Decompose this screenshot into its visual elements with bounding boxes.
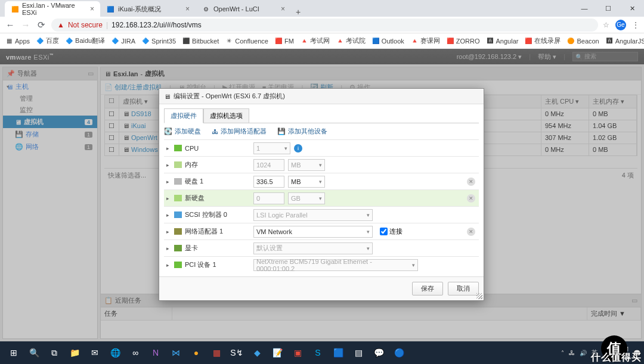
menu-icon[interactable]: ⋮ (632, 21, 639, 29)
collapse-icon[interactable]: ▭ (631, 297, 637, 304)
bookmark-item[interactable]: 🟥ZORRO (446, 37, 480, 45)
tray-network-icon[interactable]: 🖧 (569, 350, 575, 356)
row-checkbox[interactable]: ☐ (105, 132, 119, 144)
row-checkbox[interactable]: ☐ (105, 108, 119, 120)
gpu-select[interactable]: 默认设置 (253, 242, 373, 254)
app-icon[interactable]: 🔵 (389, 343, 409, 362)
expand-icon[interactable]: ▸ (166, 145, 171, 151)
nav-network[interactable]: 🌐 网络 1 (3, 141, 97, 153)
expand-icon[interactable]: ▸ (166, 212, 171, 218)
onenote-icon[interactable]: N (145, 343, 166, 362)
row-checkbox[interactable]: ☐ (105, 120, 119, 132)
add-disk-button[interactable]: 💽添加硬盘 (164, 127, 201, 136)
user-menu[interactable]: root@192.168.123.2 ▾ (457, 53, 522, 61)
nav-monitor[interactable]: 监控 (3, 104, 97, 116)
bookmark-item[interactable]: 🔷Baidu翻译 (65, 36, 105, 45)
cancel-button[interactable]: 取消 (448, 282, 479, 295)
close-button[interactable]: ✕ (620, 0, 644, 17)
tray-volume-icon[interactable]: 🔊 (580, 350, 587, 356)
cpu-select[interactable]: 1 (253, 142, 290, 154)
close-icon[interactable]: × (281, 5, 285, 13)
save-button[interactable]: 保存 (412, 282, 443, 295)
skype-icon[interactable]: S (308, 343, 328, 362)
star-icon[interactable]: ☆ (603, 21, 609, 29)
app-icon[interactable]: ● (186, 343, 206, 362)
col-task[interactable]: 任务 (101, 307, 172, 320)
add-nic-button[interactable]: 🖧添加网络适配器 (212, 127, 267, 136)
mail-icon[interactable]: ✉ (85, 343, 105, 362)
chrome-icon[interactable]: 🌐 (105, 343, 125, 362)
nic-network-select[interactable]: VM Network (253, 226, 373, 238)
bookmark-item[interactable]: 🅰AngularJS (605, 37, 644, 45)
vm-name-link[interactable]: OpenWrt (131, 134, 157, 141)
create-vm-button[interactable]: 📄 创建/注册虚拟机 (104, 83, 162, 92)
app-icon[interactable]: ▣ (287, 343, 308, 362)
vm-name-link[interactable]: DS918 (131, 110, 151, 117)
close-icon[interactable]: × (185, 5, 190, 13)
nav-vms[interactable]: 🖥 虚拟机 4 (3, 116, 97, 128)
bookmark-item[interactable]: ⬛Bitbucket (182, 37, 219, 45)
collapse-icon[interactable]: ▭ (88, 70, 94, 77)
pin-icon[interactable]: 📌 (7, 70, 15, 77)
bookmark-item[interactable]: 🟠Beacon (566, 37, 599, 45)
quick-filter[interactable]: 快速筛选器... (108, 171, 146, 180)
expand-icon[interactable]: ▸ (166, 262, 171, 268)
expand-icon[interactable]: ▸ (166, 179, 171, 185)
bookmark-item[interactable]: 🔺赛课网 (410, 36, 440, 45)
bookmark-item[interactable]: 🟦Outlook (371, 37, 404, 45)
bookmark-item[interactable]: 🟥在线录屏 (524, 36, 561, 45)
nav-manage[interactable]: 管理 (3, 93, 97, 104)
remove-icon[interactable]: ✕ (467, 178, 475, 186)
memory-unit-select[interactable]: MB (288, 159, 325, 171)
disk1-size-input[interactable] (253, 176, 284, 188)
remove-icon[interactable]: ✕ (467, 228, 475, 236)
newdisk-size-input[interactable] (253, 192, 284, 204)
select-all-checkbox[interactable]: ☐ (105, 95, 119, 108)
start-button[interactable]: ⊞ (4, 343, 24, 362)
tab-virtual-hardware[interactable]: 虚拟硬件 (164, 108, 203, 123)
col-host-cpu[interactable]: 主机 CPU ▾ (541, 95, 589, 108)
app-icon[interactable]: ◆ (247, 343, 267, 362)
nav-host[interactable]: ▾ 🖥 主机 (3, 80, 97, 93)
vs-icon[interactable]: ∞ (125, 343, 145, 362)
newdisk-unit-select[interactable]: GB (288, 192, 325, 204)
app-icon[interactable]: S↯ (227, 343, 247, 362)
search-icon[interactable]: 🔍 (24, 343, 44, 362)
bookmark-item[interactable]: 🔷JIRA (111, 37, 135, 45)
vscode-icon[interactable]: ⋈ (166, 343, 186, 362)
memory-input[interactable] (253, 159, 284, 171)
resize-grip[interactable] (476, 293, 482, 299)
row-checkbox[interactable]: ☐ (105, 144, 119, 155)
tray-chevron-icon[interactable]: ˄ (561, 350, 564, 356)
col-complete-time[interactable]: 完成时间 ▼ (587, 307, 641, 320)
pci-device-select[interactable]: NetXtreme BCM5719 Gigabit Ethernet - 000… (253, 259, 418, 271)
bookmark-item[interactable]: 🔷百度 (36, 36, 59, 45)
info-icon[interactable]: i (294, 144, 302, 153)
browser-tab-openwrt[interactable]: ⚙ OpenWrt - LuCI × (196, 1, 291, 17)
scsi-type-select[interactable]: LSI Logic Parallel (253, 209, 373, 221)
bookmark-item[interactable]: 🟥FM (274, 37, 294, 45)
profile-avatar[interactable]: Ge (615, 20, 626, 30)
app-icon[interactable]: 📝 (267, 343, 287, 362)
nic-connect-checkbox[interactable]: 连接 (380, 227, 402, 236)
reload-button[interactable]: ⟳ (36, 20, 47, 30)
add-other-button[interactable]: 💾添加其他设备 (277, 127, 327, 136)
wechat-icon[interactable]: 💬 (369, 343, 389, 362)
tab-vm-options[interactable]: 虚拟机选项 (203, 108, 249, 123)
expand-icon[interactable]: ▸ (166, 162, 171, 168)
back-button[interactable]: ← (5, 20, 16, 30)
forward-button[interactable]: → (20, 20, 31, 30)
explorer-icon[interactable]: 📁 (64, 343, 85, 362)
app-icon[interactable]: ▦ (206, 343, 227, 362)
browser-tab-ikuai[interactable]: 🟦 iKuai-系统概况 × (100, 1, 196, 17)
bookmark-item[interactable]: 🔺考试院 (336, 36, 366, 45)
maximize-button[interactable]: ☐ (596, 0, 620, 17)
minimize-button[interactable]: — (572, 0, 596, 17)
vm-name-link[interactable]: iKuai (131, 122, 145, 129)
bookmark-item[interactable]: ✳Confluence (225, 37, 268, 45)
url-input[interactable]: ▲ Not secure | 192.168.123.2/ui/#/host/v… (51, 18, 598, 32)
disk1-unit-select[interactable]: MB (288, 176, 325, 188)
new-tab-button[interactable]: + (291, 7, 305, 17)
expand-icon[interactable]: ▸ (166, 229, 171, 235)
nav-storage[interactable]: 💾 存储 1 (3, 128, 97, 141)
